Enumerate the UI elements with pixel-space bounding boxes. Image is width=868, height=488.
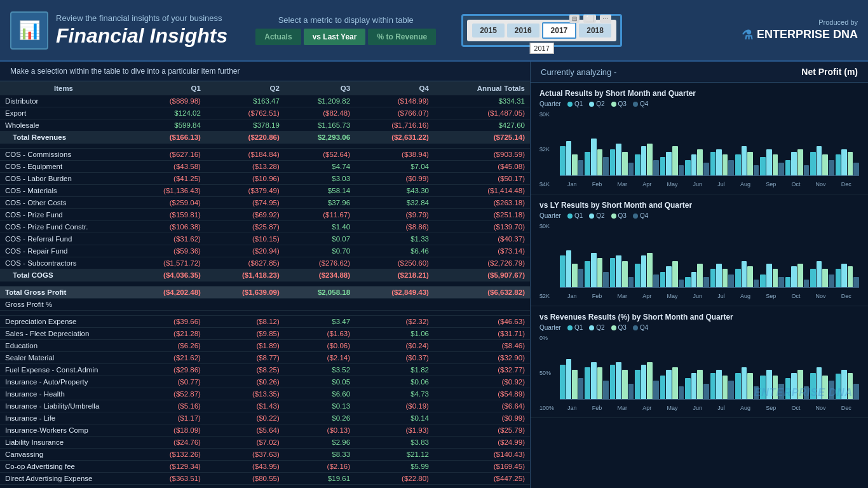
year-2018-button[interactable]: 2018 (579, 24, 611, 37)
bar-q3 (747, 266, 753, 288)
bar-q3 (797, 264, 803, 288)
bar-q2 (591, 253, 597, 288)
vsly-q2-dot (589, 214, 594, 219)
table-row[interactable] (0, 281, 530, 287)
table-row[interactable]: Sales - Fleet Depreciation ($21.28) ($9.… (0, 328, 530, 340)
table-row[interactable]: Canvassing ($132.26) ($37.63) $8.33 $21.… (0, 449, 530, 461)
bar-q4 (853, 277, 859, 288)
table-row[interactable]: Insurance-Workers Comp ($18.09) ($5.64) … (0, 424, 530, 437)
table-panel: Make a selection within the table to div… (0, 62, 531, 488)
bar-q4 (754, 165, 759, 176)
bar-q2 (817, 146, 822, 176)
table-row[interactable]: COS - Subcontractors ($1,571.72) ($627.8… (0, 257, 530, 269)
row-q4: $21.12 (355, 449, 434, 461)
row-label: Fuel Expense - Const.Admin (0, 364, 127, 376)
table-row[interactable]: COS - Equipment ($43.58) ($13.28) $4.74 … (0, 161, 530, 173)
bar-q2 (641, 255, 647, 288)
bar-q1 (660, 157, 666, 176)
table-row[interactable]: Gross Profit % (0, 299, 530, 311)
table-row[interactable]: Co-op Advertising fee ($129.34) ($43.95)… (0, 461, 530, 473)
row-q3: $58.14 (285, 185, 355, 197)
table-row[interactable] (0, 311, 530, 316)
row-q3: ($82.48) (285, 107, 355, 119)
table-row[interactable]: Export $124.02 ($762.51) ($82.48) ($766.… (0, 107, 530, 119)
table-row[interactable]: COS - Prize Fund Constr. ($106.38) ($25.… (0, 221, 530, 233)
table-row[interactable]: Direct Advertising Expense ($363.51) ($8… (0, 473, 530, 485)
bar-q2 (591, 362, 597, 400)
bar-q4 (679, 165, 684, 176)
table-row[interactable] (0, 144, 530, 149)
table-row[interactable]: Insurance - Auto/Property ($0.77) ($0.26… (0, 376, 530, 388)
month-bar-group (810, 146, 834, 176)
year-2017-button[interactable]: 2017 (542, 22, 577, 39)
bar-q2 (666, 266, 672, 288)
row-annual: ($8.46) (434, 340, 530, 352)
bar-q3 (848, 152, 853, 176)
actuals-chart-title: Actual Results by Short Month and Quarte… (539, 89, 859, 98)
table-row[interactable]: COS - Commissions ($627.16) ($184.84) ($… (0, 149, 530, 161)
table-row[interactable]: Depreciation Expense ($39.66) ($8.12) $3… (0, 316, 530, 328)
bar-q3 (672, 367, 678, 400)
table-row[interactable]: Education ($6.26) ($1.89) ($0.06) ($0.24… (0, 340, 530, 352)
year-2015-button[interactable]: 2015 (472, 24, 505, 37)
row-label: Total COGS (0, 269, 127, 281)
bar-q3 (722, 376, 728, 400)
year-2016-button[interactable]: 2016 (507, 24, 539, 37)
row-label: Sales - Fleet Depreciation (0, 328, 127, 340)
table-row[interactable]: Total Revenues ($166.13) ($220.86) $2,29… (0, 132, 530, 144)
table-row[interactable]: Total COGS ($4,036.35) ($1,418.23) ($234… (0, 269, 530, 281)
table-row[interactable]: COS - Labor Burden ($41.25) ($10.96) $3.… (0, 173, 530, 185)
row-q4: ($0.99) (355, 173, 434, 185)
row-q4: ($9.79) (355, 209, 434, 221)
bar-q3 (697, 149, 703, 177)
table-row[interactable]: Distributor ($889.98) $163.47 $1,209.82 … (0, 95, 530, 107)
row-q1: ($52.87) (127, 388, 206, 400)
row-annual: ($50.17) (434, 173, 530, 185)
data-table[interactable]: Items Q1 Q2 Q3 Q4 Annual Totals Distribu… (0, 81, 530, 488)
pct-to-revenue-button[interactable]: % to Revenue (368, 29, 436, 45)
row-q2: ($8.12) (206, 316, 285, 328)
row-q2: ($10.15) (206, 233, 285, 245)
table-row[interactable]: Insurance - Health ($52.87) ($13.35) $6.… (0, 388, 530, 400)
vs-last-year-button[interactable]: vs Last Year (304, 29, 366, 45)
month-bar-group (610, 362, 634, 400)
row-q4: $7.04 (355, 161, 434, 173)
table-row[interactable]: Fuel Expense - Const.Admin ($29.86) ($8.… (0, 364, 530, 376)
table-row[interactable]: Sealer Material ($21.62) ($8.77) ($2.14)… (0, 352, 530, 364)
row-label: COS - Prize Fund (0, 209, 127, 221)
bar-q1 (710, 152, 716, 176)
month-bar-group (785, 149, 809, 177)
actuals-button[interactable]: Actuals (255, 29, 301, 45)
month-bar-group (635, 144, 658, 176)
row-label: COS - Commissions (0, 149, 127, 161)
table-row[interactable]: Insurance - Liability/Umbrella ($5.16) (… (0, 400, 530, 412)
row-annual: ($6.64) (434, 400, 530, 412)
row-label: COS - Referral Fund (0, 233, 127, 245)
bar-q1 (585, 261, 590, 288)
row-q3: ($2.16) (285, 461, 355, 473)
bar-q4 (679, 386, 684, 400)
table-row[interactable]: Liability Insurance ($24.76) ($7.02) $2.… (0, 437, 530, 449)
table-row[interactable]: Total Gross Profit ($4,202.48) ($1,639.0… (0, 287, 530, 299)
row-q3: $4.74 (285, 161, 355, 173)
bar-q2 (666, 152, 672, 176)
vsly-legend-q4: Q4 (633, 212, 648, 219)
table-row[interactable]: COS - Prize Fund ($159.81) ($69.92) ($11… (0, 209, 530, 221)
row-q1: ($24.76) (127, 437, 206, 449)
bar-q1 (635, 370, 641, 400)
table-row[interactable]: COS - Other Costs ($259.04) ($74.95) $37… (0, 197, 530, 209)
row-annual: ($139.70) (434, 221, 530, 233)
legend-q2: Q2 (589, 100, 604, 107)
table-row[interactable]: Wholesale $599.84 $378.19 $1,165.73 ($1,… (0, 119, 530, 132)
table-row[interactable]: Insurance - Life ($1.17) ($0.22) $0.26 $… (0, 412, 530, 424)
row-q3: $37.96 (285, 197, 355, 209)
vsly-chart-section: vs LY Results by Short Month and Quarter… (531, 194, 868, 306)
row-q4: ($148.99) (355, 95, 434, 107)
bar-q1 (610, 149, 616, 177)
actuals-chart-legend: Quarter Q1 Q2 Q3 Q4 (539, 100, 859, 107)
table-row[interactable]: COS - Referral Fund ($31.62) ($10.15) $0… (0, 233, 530, 245)
table-row[interactable]: COS - Repair Fund ($59.36) ($20.94) $0.7… (0, 245, 530, 257)
row-label: Insurance - Health (0, 388, 127, 400)
month-bar-group (610, 255, 634, 288)
table-row[interactable]: COS - Materials ($1,136.43) ($379.49) $5… (0, 185, 530, 197)
